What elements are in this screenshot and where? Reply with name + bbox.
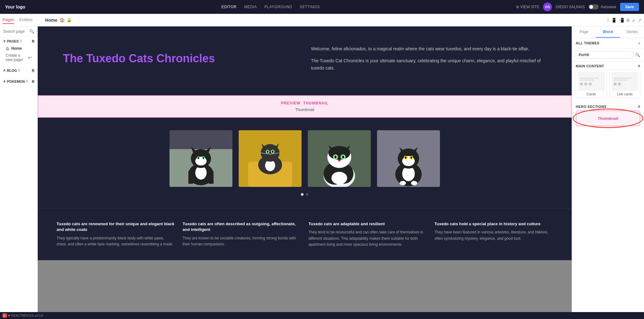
- link-cards-block-label: Link cards: [617, 92, 633, 96]
- tab-entities[interactable]: Entities: [19, 16, 33, 24]
- view-site-button[interactable]: ⊕ VIEW SITE: [516, 5, 539, 9]
- search-icon: 🔍: [29, 29, 34, 34]
- thumbnail-block-card[interactable]: Thumbnail: [576, 110, 640, 126]
- info-card-3-body: They tend to be resourceful and can ofte…: [308, 229, 427, 248]
- desktop-icon[interactable]: 🖥: [626, 18, 630, 23]
- hero-right: Welcome, feline aficionados, to a magica…: [311, 45, 547, 76]
- hero-sections-collapse[interactable]: ∧: [638, 104, 641, 109]
- canvas-wrapper: The Tuxedo Cats Chronicles Welcome, feli…: [38, 26, 572, 260]
- svg-rect-4: [209, 171, 214, 184]
- user-name: DIEGO SALINAS: [556, 5, 585, 9]
- all-themes-label: ALL THEMES: [576, 41, 599, 45]
- blog-chevron: ∧: [3, 68, 6, 72]
- page-icons: 🏠 🔒: [60, 18, 72, 22]
- nav-media[interactable]: MEDIA: [244, 5, 257, 9]
- hero-section: The Tuxedo Cats Chronicles Welcome, feli…: [38, 26, 572, 95]
- blog-header[interactable]: ∧ BLOG 1 ⎘: [3, 68, 34, 72]
- tab-stories[interactable]: Stories: [620, 26, 644, 38]
- block-grid: Cards Link cards: [572, 70, 644, 102]
- svg-point-39: [335, 156, 336, 159]
- info-card-4-title: Tuxedo cats hold a special place in hist…: [435, 221, 553, 227]
- main-content-collapse[interactable]: ∧: [638, 64, 641, 68]
- svg-point-23: [267, 151, 269, 153]
- create-page-arrow: ↩: [28, 55, 32, 60]
- mobile-icon[interactable]: 📱: [611, 18, 617, 23]
- tablet-icon[interactable]: 📲: [619, 18, 624, 23]
- collapse-left-icon[interactable]: ↙: [632, 18, 636, 23]
- page-title: Home: [45, 18, 58, 23]
- cat-card-3: [308, 130, 371, 187]
- tab-pages[interactable]: Pages: [3, 16, 14, 24]
- pages-section: ∨ PAGES 1 ⎘ 🏠 Home Create a new page! ↩: [0, 36, 37, 66]
- preview-dot-1: [580, 82, 583, 86]
- cat-card-1: [169, 130, 232, 187]
- svg-text:R: R: [3, 314, 5, 317]
- nav-settings[interactable]: SETTINGS: [300, 5, 320, 9]
- tab-block[interactable]: Block: [596, 26, 620, 38]
- pokemon-add-icon[interactable]: ⎘: [32, 80, 34, 83]
- preview-highlight: THUMBNAIL: [303, 101, 328, 105]
- pokemon-section: ∧ POKEMON 1 ⎘: [0, 77, 37, 88]
- svg-point-45: [400, 181, 406, 185]
- create-page-button[interactable]: Create a new page! ↩: [3, 52, 34, 63]
- cats-section: [38, 118, 572, 208]
- hero-left: The Tuxedo Cats Chronicles: [63, 52, 298, 70]
- home-page-icon: 🏠: [6, 47, 9, 50]
- info-card-2: Tuxedo cats are often described as outgo…: [183, 221, 301, 248]
- pages-header[interactable]: ∨ PAGES 1 ⎘: [3, 39, 34, 43]
- cats-grid: [57, 130, 553, 187]
- preview-dot-3: [589, 82, 592, 86]
- second-bar: Pages Entities Home 🏠 🔒 ☽ 📱 📲 🖥 ↙ ↗: [0, 14, 644, 26]
- svg-point-40: [342, 156, 344, 159]
- svg-point-46: [411, 181, 417, 185]
- nav-editor[interactable]: EDITOR: [221, 5, 236, 9]
- thumbnail-block-label: Thumbnail: [598, 116, 619, 121]
- collapse-right-icon[interactable]: ↗: [638, 18, 641, 23]
- info-card-4-body: They have been featured in various artwo…: [435, 229, 553, 241]
- preview-dot-2: [584, 82, 587, 86]
- cards-block[interactable]: Cards: [576, 70, 607, 98]
- cards-section: Tuxedo cats are renowned for their uniqu…: [38, 208, 572, 260]
- theme-search-input[interactable]: [576, 51, 633, 59]
- themes-collapse-icon[interactable]: ∧: [638, 42, 641, 45]
- main-content-label: MAIN CONTENT ∧: [572, 61, 644, 70]
- top-navigation: Your logo EDITOR MEDIA PLAYGROUND SETTIN…: [0, 0, 644, 14]
- dot-1[interactable]: [301, 193, 303, 196]
- dark-mode-icon[interactable]: ☽: [605, 18, 609, 23]
- svg-point-32: [331, 172, 347, 184]
- save-button[interactable]: Save: [620, 3, 639, 11]
- page-title-bar: Home 🏠 🔒: [45, 18, 72, 23]
- lock-icon: 🔒: [67, 18, 72, 22]
- blog-label: BLOG: [7, 69, 17, 72]
- search-input[interactable]: [3, 29, 27, 34]
- theme-search-icon: 🔍: [635, 53, 640, 57]
- pokemon-label: POKEMON: [7, 80, 25, 83]
- page-item-home-label: Home: [11, 46, 22, 51]
- link-cards-block-preview: [612, 72, 638, 91]
- dot-2[interactable]: [306, 193, 308, 196]
- link-cards-block[interactable]: Link cards: [609, 70, 641, 98]
- pages-count: 1: [20, 39, 22, 43]
- pokemon-header[interactable]: ∧ POKEMON 1 ⎘: [3, 79, 34, 83]
- blog-count: 1: [18, 69, 20, 72]
- page-item-home[interactable]: 🏠 Home: [3, 45, 34, 52]
- blog-add-icon[interactable]: ⎘: [32, 69, 34, 72]
- svg-rect-3: [188, 171, 193, 184]
- autosave-switch[interactable]: [589, 4, 599, 9]
- info-card-1: Tuxedo cats are renowned for their uniqu…: [57, 221, 175, 248]
- svg-point-12: [198, 157, 199, 159]
- tab-page[interactable]: Page: [572, 26, 596, 38]
- create-page-label: Create a new page!: [6, 53, 26, 62]
- top-nav-right: ⊕ VIEW SITE DS DIEGO SALINAS Autosave Sa…: [516, 3, 639, 11]
- pokemon-count: 1: [26, 80, 28, 83]
- svg-point-24: [272, 151, 274, 153]
- hero-section-block-area: Thumbnail: [572, 110, 644, 131]
- info-card-1-body: They typically have a predominantly blac…: [57, 235, 175, 247]
- nav-playground[interactable]: PLAYGROUND: [264, 5, 292, 9]
- cat-card-4: [377, 130, 440, 187]
- canvas-area[interactable]: The Tuxedo Cats Chronicles Welcome, feli…: [38, 26, 572, 312]
- link-preview-dot-2: [618, 82, 621, 86]
- tabs: Pages Entities: [3, 16, 33, 24]
- pages-add-icon[interactable]: ⎘: [32, 39, 34, 43]
- search-page-bar: 🔍: [0, 26, 37, 36]
